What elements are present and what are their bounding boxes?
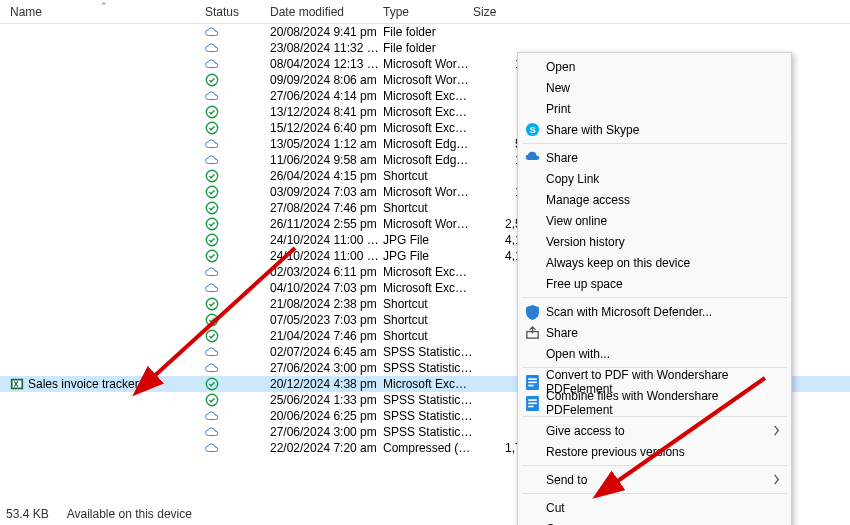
menu-item-scan-with-microsoft-defender[interactable]: Scan with Microsoft Defender...	[520, 301, 789, 322]
file-type-cell: Compressed (zipp...	[383, 441, 473, 455]
menu-item-restore-previous-versions[interactable]: Restore previous versions	[520, 441, 789, 462]
file-type-cell: Shortcut	[383, 297, 473, 311]
file-status-cell	[205, 169, 270, 183]
file-row[interactable]: 20/08/2024 9:41 pmFile folder	[0, 24, 850, 40]
column-header-size[interactable]: Size	[473, 1, 533, 23]
file-date-cell: 15/12/2024 6:40 pm	[270, 121, 383, 135]
file-type-cell: Microsoft Edge P...	[383, 137, 473, 151]
svg-rect-13	[13, 381, 22, 388]
menu-item-print[interactable]: Print	[520, 98, 789, 119]
file-date-cell: 21/08/2024 2:38 pm	[270, 297, 383, 311]
file-date-cell: 23/08/2024 11:32 am	[270, 41, 383, 55]
file-date-cell: 07/05/2023 7:03 pm	[270, 313, 383, 327]
cloud-status-icon	[205, 345, 219, 359]
file-date-cell: 20/12/2024 4:38 pm	[270, 377, 383, 391]
menu-item-label: Restore previous versions	[546, 445, 685, 459]
menu-item-label: New	[546, 81, 570, 95]
menu-item-label: Free up space	[546, 277, 623, 291]
file-date-cell: 26/04/2024 4:15 pm	[270, 169, 383, 183]
menu-item-share[interactable]: Share	[520, 322, 789, 343]
menu-item-label: Version history	[546, 235, 625, 249]
menu-item-copy[interactable]: Copy	[520, 518, 789, 525]
file-status-cell	[205, 105, 270, 119]
cloud-icon	[525, 150, 540, 165]
cloud-status-icon	[205, 153, 219, 167]
menu-item-copy-link[interactable]: Copy Link	[520, 168, 789, 189]
status-size: 53.4 KB	[6, 507, 49, 521]
pdfconv-icon	[525, 374, 540, 389]
file-date-cell: 26/11/2024 2:55 pm	[270, 217, 383, 231]
column-header-date[interactable]: Date modified	[270, 1, 383, 23]
skype-icon: S	[525, 122, 540, 137]
file-date-cell: 09/09/2024 8:06 am	[270, 73, 383, 87]
menu-item-label: Combine files with Wondershare PDFelemen…	[546, 389, 779, 417]
cloud-status-icon	[205, 361, 219, 375]
menu-item-label: Scan with Microsoft Defender...	[546, 305, 712, 319]
file-status-cell	[205, 297, 270, 311]
file-status-cell	[205, 409, 270, 423]
file-name-cell[interactable]: Sales invoice tracker1	[10, 377, 205, 391]
menu-item-open-with[interactable]: Open with...	[520, 343, 789, 364]
menu-item-label: Open with...	[546, 347, 610, 361]
menu-item-manage-access[interactable]: Manage access	[520, 189, 789, 210]
cloud-status-icon	[205, 441, 219, 455]
sort-indicator-icon: ⌃	[100, 1, 108, 11]
file-type-cell: Microsoft Excel W...	[383, 89, 473, 103]
file-status-cell	[205, 393, 270, 407]
cloud-status-icon	[205, 265, 219, 279]
file-status-cell	[205, 41, 270, 55]
file-status-cell	[205, 329, 270, 343]
file-type-cell: SPSS Statistics Dat...	[383, 393, 473, 407]
file-type-cell: JPG File	[383, 233, 473, 247]
menu-item-cut[interactable]: Cut	[520, 497, 789, 518]
synced-status-icon	[205, 105, 219, 119]
menu-item-label: Share	[546, 326, 578, 340]
file-type-cell: SPSS Statistics Dat...	[383, 409, 473, 423]
synced-status-icon	[205, 233, 219, 247]
column-header-status[interactable]: Status	[205, 1, 270, 23]
menu-item-label: Cut	[546, 501, 565, 515]
menu-item-always-keep-on-this-device[interactable]: Always keep on this device	[520, 252, 789, 273]
menu-item-open[interactable]: Open	[520, 56, 789, 77]
menu-item-combine-files-with-wondershare-pdfelement[interactable]: Combine files with Wondershare PDFelemen…	[520, 392, 789, 413]
menu-item-share-with-skype[interactable]: SShare with Skype	[520, 119, 789, 140]
file-date-cell: 22/02/2024 7:20 am	[270, 441, 383, 455]
share-icon	[525, 325, 540, 340]
menu-item-give-access-to[interactable]: Give access to	[520, 420, 789, 441]
menu-item-view-online[interactable]: View online	[520, 210, 789, 231]
status-bar: 53.4 KB Available on this device	[0, 503, 192, 525]
svg-rect-24	[528, 399, 537, 401]
file-status-cell	[205, 313, 270, 327]
cloud-status-icon	[205, 41, 219, 55]
menu-item-share[interactable]: Share	[520, 147, 789, 168]
menu-item-label: Open	[546, 60, 575, 74]
file-status-cell	[205, 345, 270, 359]
menu-item-send-to[interactable]: Send to	[520, 469, 789, 490]
synced-status-icon	[205, 121, 219, 135]
file-type-cell: JPG File	[383, 249, 473, 263]
file-type-cell: SPSS Statistics Out...	[383, 361, 473, 375]
menu-separator	[522, 465, 787, 466]
menu-item-version-history[interactable]: Version history	[520, 231, 789, 252]
svg-rect-25	[528, 403, 537, 405]
menu-item-label: Share with Skype	[546, 123, 639, 137]
file-type-cell: Shortcut	[383, 313, 473, 327]
column-header-type[interactable]: Type	[383, 1, 473, 23]
svg-text:S: S	[529, 125, 535, 135]
svg-rect-22	[528, 385, 533, 387]
file-status-cell	[205, 57, 270, 71]
file-status-cell	[205, 361, 270, 375]
file-date-cell: 13/05/2024 1:12 am	[270, 137, 383, 151]
file-type-cell: Microsoft Excel W...	[383, 121, 473, 135]
svg-rect-20	[528, 378, 537, 380]
context-menu[interactable]: OpenNewPrintSShare with SkypeShareCopy L…	[517, 52, 792, 525]
menu-item-new[interactable]: New	[520, 77, 789, 98]
synced-status-icon	[205, 297, 219, 311]
cloud-status-icon	[205, 409, 219, 423]
file-type-cell: Shortcut	[383, 169, 473, 183]
menu-item-label: Print	[546, 102, 571, 116]
synced-status-icon	[205, 249, 219, 263]
file-status-cell	[205, 137, 270, 151]
menu-item-free-up-space[interactable]: Free up space	[520, 273, 789, 294]
synced-status-icon	[205, 377, 219, 391]
